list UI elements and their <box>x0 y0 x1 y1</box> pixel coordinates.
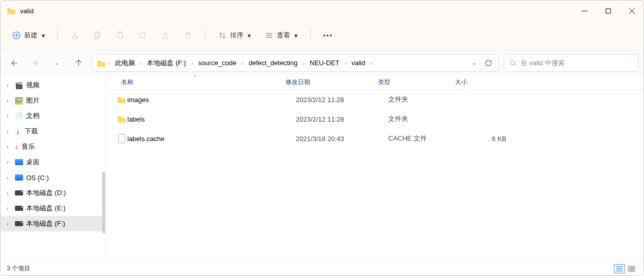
breadcrumb-defect-detecting[interactable]: defect_detecting <box>245 57 300 69</box>
sort-button[interactable]: 排序 ▾ <box>213 26 256 45</box>
chevron-right-icon: › <box>7 144 12 150</box>
svg-point-9 <box>510 60 515 64</box>
sidebar-item-drive-e[interactable]: ›本地磁盘 (E:) <box>1 201 105 216</box>
copy-button[interactable] <box>88 26 107 45</box>
window-controls <box>573 1 643 21</box>
sidebar-item-label: 桌面 <box>26 157 40 167</box>
svg-rect-10 <box>629 266 631 268</box>
drive-icon <box>15 206 23 211</box>
column-headers: ⌃ 名称 修改日期 类型 大小 <box>106 75 643 90</box>
chevron-right-icon: › <box>7 206 12 211</box>
file-type: 文件夹 <box>388 95 465 104</box>
share-button[interactable] <box>156 26 175 45</box>
share-icon <box>161 31 170 40</box>
paste-icon <box>116 31 125 40</box>
svg-rect-13 <box>632 269 635 271</box>
chevron-right-icon: › <box>369 60 373 66</box>
more-button[interactable]: ••• <box>318 26 338 45</box>
svg-point-3 <box>76 36 79 39</box>
arrow-left-icon <box>10 59 18 67</box>
trash-icon <box>183 31 193 40</box>
back-button[interactable] <box>6 55 22 71</box>
sidebar-item-videos[interactable]: ›🎬视频 <box>1 77 105 93</box>
minimize-button[interactable] <box>573 1 596 21</box>
view-label: 查看 <box>277 31 290 40</box>
view-icon <box>264 31 274 40</box>
downloads-icon: ⭳ <box>15 128 22 135</box>
maximize-button[interactable] <box>596 1 620 21</box>
column-size[interactable]: 大小 <box>455 78 496 87</box>
cut-icon <box>70 31 80 40</box>
svg-rect-11 <box>632 266 635 268</box>
sidebar-item-pictures[interactable]: ›🖼️图片 <box>1 93 105 108</box>
file-name: labels <box>127 115 296 123</box>
search-input[interactable]: 在 valid 中搜索 <box>504 54 638 72</box>
refresh-button[interactable] <box>481 55 496 71</box>
recent-button[interactable]: ⌄ <box>49 55 65 71</box>
column-type[interactable]: 类型 <box>378 78 455 87</box>
sidebar-item-music[interactable]: ›♪音乐 <box>1 139 105 154</box>
search-placeholder: 在 valid 中搜索 <box>521 58 565 68</box>
breadcrumb-valid[interactable]: valid <box>349 57 369 69</box>
column-name[interactable]: 名称 <box>121 78 286 87</box>
chevron-right-icon: › <box>7 160 12 165</box>
up-button[interactable] <box>70 55 87 71</box>
file-row[interactable]: images 2023/2/12 11:28 文件夹 <box>106 90 643 109</box>
rename-icon <box>138 31 147 40</box>
view-details-button[interactable] <box>614 264 625 273</box>
arrow-up-icon <box>74 59 83 67</box>
sidebar-item-label: 视频 <box>26 81 40 90</box>
breadcrumb-this-pc[interactable]: 此电脑 <box>112 56 138 70</box>
cut-button[interactable] <box>65 26 85 45</box>
separator <box>58 28 58 43</box>
column-date[interactable]: 修改日期 <box>286 78 378 87</box>
view-button[interactable]: 查看 ▾ <box>259 26 303 45</box>
separator <box>205 28 205 43</box>
breadcrumb-neu-det[interactable]: NEU-DET <box>307 57 343 69</box>
window-title: valid <box>20 7 34 15</box>
sidebar-item-drive-d[interactable]: ›本地磁盘 (D:) <box>1 185 105 201</box>
paste-button[interactable] <box>110 26 130 45</box>
chevron-right-icon: › <box>7 175 12 181</box>
folder-icon <box>116 96 127 103</box>
file-row[interactable]: labels.cache 2021/3/18 20:43 CACHE 文件 6 … <box>106 129 643 148</box>
new-label: 新建 <box>24 31 37 40</box>
sort-indicator-icon: ⌃ <box>193 74 197 80</box>
sidebar-item-downloads[interactable]: ›⭳下载 <box>1 124 105 139</box>
sidebar: ›🎬视频 ›🖼️图片 ›📄文档 ›⭳下载 ›♪音乐 ›桌面 ›OS (C:) ›… <box>1 75 106 261</box>
status-bar: 3 个项目 <box>1 261 643 275</box>
breadcrumb-source-code[interactable]: source_code <box>195 57 239 69</box>
file-date: 2021/3/18 20:43 <box>296 135 388 143</box>
sidebar-item-drive-c[interactable]: ›OS (C:) <box>1 170 105 185</box>
file-row[interactable]: labels 2023/2/12 11:28 文件夹 <box>106 109 643 129</box>
file-name: images <box>127 96 296 104</box>
forward-button[interactable] <box>27 55 44 71</box>
ellipsis-icon: ••• <box>323 32 333 40</box>
chevron-right-icon: › <box>107 60 111 66</box>
rename-button[interactable] <box>133 26 153 45</box>
sidebar-item-label: 本地磁盘 (E:) <box>26 204 66 213</box>
drive-icon <box>15 190 23 195</box>
close-button[interactable] <box>620 1 643 21</box>
sidebar-item-desktop[interactable]: ›桌面 <box>1 154 105 170</box>
sidebar-scrollbar[interactable] <box>102 172 105 233</box>
view-large-button[interactable] <box>626 264 637 273</box>
new-button[interactable]: 新建 ▾ <box>7 26 50 45</box>
chevron-right-icon: › <box>344 60 348 66</box>
breadcrumb-drive-f[interactable]: 本地磁盘 (F:) <box>144 56 189 70</box>
drive-icon <box>15 174 23 181</box>
address-bar[interactable]: › 此电脑 › 本地磁盘 (F:) › source_code › defect… <box>92 54 499 72</box>
address-row: ⌄ › 此电脑 › 本地磁盘 (F:) › source_code › defe… <box>1 50 643 75</box>
sidebar-item-documents[interactable]: ›📄文档 <box>1 108 105 124</box>
sidebar-item-drive-f[interactable]: ›本地磁盘 (F:) <box>1 216 105 231</box>
file-name: labels.cache <box>127 135 296 143</box>
toolbar: 新建 ▾ 排序 ▾ 查看 ▾ ••• <box>1 21 643 50</box>
chevron-right-icon: › <box>7 98 12 104</box>
chevron-right-icon: › <box>7 221 12 227</box>
chevron-right-icon: › <box>139 60 143 66</box>
search-icon <box>509 60 517 67</box>
delete-button[interactable] <box>178 26 198 45</box>
history-dropdown[interactable]: ⌄ <box>472 60 477 66</box>
documents-icon: 📄 <box>15 112 23 120</box>
folder-icon <box>97 60 106 67</box>
